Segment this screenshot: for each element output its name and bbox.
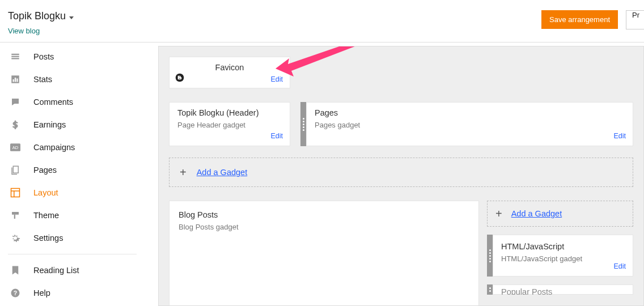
blogger-favicon-icon	[175, 73, 184, 84]
svg-text:AD: AD	[12, 145, 19, 150]
sidebar-item-label: Settings	[33, 233, 63, 243]
layout-canvas: Favicon Edit Topik Blogku (Header) Page …	[158, 46, 644, 306]
svg-rect-8	[12, 212, 19, 215]
help-icon: ?	[10, 288, 21, 298]
earnings-icon	[10, 120, 21, 130]
html-js-gadget[interactable]: HTML/JavaScript HTML/JavaScript gadget E…	[493, 235, 633, 277]
sidebar-item-label: Layout	[33, 188, 58, 197]
gear-icon	[10, 233, 21, 243]
sidebar-item-label: Earnings	[33, 120, 66, 129]
popular-posts-gadget-partial[interactable]: Popular Posts	[493, 284, 633, 295]
svg-rect-9	[14, 215, 15, 219]
header-gadget[interactable]: Topik Blogku (Header) Page Header gadget…	[169, 102, 290, 146]
sidebar-item-stats[interactable]: Stats	[0, 68, 145, 91]
dropdown-caret-icon	[69, 11, 74, 22]
right-column: + Add a Gadget HTML/JavaScript HTML/Java…	[487, 201, 633, 306]
layout-icon	[10, 188, 21, 198]
view-blog-link[interactable]: View blog	[8, 27, 40, 35]
sidebar-item-label: Stats	[33, 75, 52, 84]
sidebar-item-theme[interactable]: Theme	[0, 204, 145, 227]
sidebar-divider	[8, 254, 137, 254]
campaigns-icon: AD	[10, 143, 21, 151]
sidebar-item-label: Theme	[33, 211, 59, 220]
html-js-title: HTML/JavaScript	[501, 242, 625, 251]
blog-title: Topik Blogku	[8, 10, 66, 22]
sidebar-item-comments[interactable]: Comments	[0, 91, 145, 113]
main-content: Favicon Edit Topik Blogku (Header) Page …	[145, 42, 644, 306]
add-gadget-bar-right[interactable]: + Add a Gadget	[487, 201, 633, 227]
blog-posts-sub: Blog Posts gadget	[179, 223, 469, 231]
header-pages-row: Topik Blogku (Header) Page Header gadget…	[169, 102, 633, 146]
favicon-edit-link[interactable]: Edit	[270, 75, 283, 83]
sidebar: Posts Stats Comments Earnings AD Campaig…	[0, 42, 145, 306]
sidebar-item-label: Campaigns	[33, 143, 75, 152]
save-arrangement-button[interactable]: Save arrangement	[541, 10, 618, 29]
add-gadget-bar-top[interactable]: + Add a Gadget	[169, 158, 633, 187]
sidebar-item-label: Posts	[33, 52, 54, 61]
sidebar-item-label: Help	[33, 288, 50, 298]
sidebar-item-settings[interactable]: Settings	[0, 227, 145, 249]
svg-rect-2	[16, 79, 18, 82]
pages-gadget[interactable]: Pages Pages gadget Edit	[306, 102, 633, 146]
add-gadget-link[interactable]: Add a Gadget	[197, 168, 248, 177]
pages-section: Pages Pages gadget Edit	[300, 102, 633, 146]
sidebar-item-pages[interactable]: Pages	[0, 159, 145, 181]
html-js-gadget-wrap: HTML/JavaScript HTML/JavaScript gadget E…	[487, 235, 633, 277]
sidebar-item-campaigns[interactable]: AD Campaigns	[0, 136, 145, 159]
drag-handle-icon[interactable]	[300, 102, 306, 146]
sidebar-item-label: Comments	[33, 97, 73, 107]
topbar: Topik Blogku View blog Save arrangement …	[0, 0, 644, 42]
sidebar-item-earnings[interactable]: Earnings	[0, 113, 145, 136]
plus-icon: +	[180, 166, 187, 179]
pages-gadget-sub: Pages gadget	[315, 121, 625, 129]
add-gadget-link-right[interactable]: Add a Gadget	[511, 209, 562, 218]
plus-icon: +	[495, 207, 502, 220]
blog-posts-title: Blog Posts	[179, 210, 469, 219]
header-gadget-edit-link[interactable]: Edit	[270, 132, 283, 140]
theme-icon	[10, 210, 21, 220]
sidebar-item-label: Pages	[33, 165, 57, 175]
svg-rect-1	[15, 78, 16, 82]
popular-posts-title-partial: Popular Posts	[501, 287, 625, 295]
pages-icon	[10, 165, 21, 175]
svg-rect-0	[13, 79, 14, 82]
pages-gadget-title: Pages	[315, 108, 625, 117]
drag-handle-icon[interactable]	[487, 284, 493, 295]
blog-posts-gadget[interactable]: Blog Posts Blog Posts gadget	[169, 201, 479, 306]
comments-icon	[10, 97, 21, 107]
favicon-gadget[interactable]: Favicon Edit	[169, 57, 290, 88]
posts-icon	[10, 52, 21, 62]
html-js-sub: HTML/JavaScript gadget	[501, 254, 625, 263]
html-js-edit-link[interactable]: Edit	[613, 262, 626, 270]
pages-gadget-edit-link[interactable]: Edit	[613, 132, 626, 140]
header-gadget-title: Topik Blogku (Header)	[177, 108, 282, 117]
sidebar-item-help[interactable]: ? Help	[0, 282, 145, 304]
bookmark-icon	[10, 265, 21, 275]
sidebar-item-reading-list[interactable]: Reading List	[0, 259, 145, 282]
svg-rect-5	[11, 189, 20, 197]
sidebar-item-label: Reading List	[33, 266, 79, 275]
stats-icon	[10, 74, 21, 84]
header-gadget-sub: Page Header gadget	[177, 121, 282, 129]
lower-row: Blog Posts Blog Posts gadget + Add a Gad…	[169, 201, 633, 306]
sidebar-item-posts[interactable]: Posts	[0, 45, 145, 68]
drag-handle-icon[interactable]	[487, 235, 493, 277]
sidebar-item-layout[interactable]: Layout	[0, 181, 145, 204]
popular-posts-gadget-wrap-partial: Popular Posts	[487, 284, 633, 295]
favicon-title: Favicon	[177, 63, 282, 72]
preview-button-partial[interactable]: Pr	[626, 10, 644, 29]
svg-text:?: ?	[14, 290, 17, 296]
